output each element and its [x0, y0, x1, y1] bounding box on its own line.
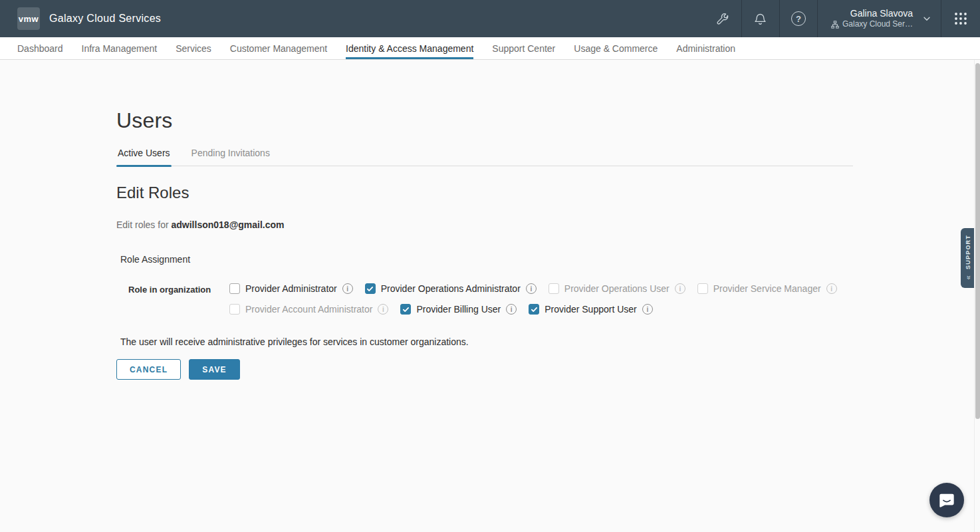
nav-tab-services[interactable]: Services: [176, 37, 211, 59]
info-icon[interactable]: i: [526, 283, 537, 294]
role-group-label: Role in organization: [128, 283, 229, 325]
user-name: Galina Slavova: [850, 7, 913, 19]
info-icon[interactable]: i: [826, 283, 837, 294]
org-tree-icon: [831, 21, 839, 29]
nav-tab-identity-access-management[interactable]: Identity & Access Management: [346, 37, 473, 59]
user-texts: Galina Slavova Galaxy Cloud Ser…: [831, 7, 913, 30]
info-icon[interactable]: i: [506, 304, 517, 315]
tab-active-users[interactable]: Active Users: [116, 148, 172, 166]
nav-tab-dashboard[interactable]: Dashboard: [17, 37, 63, 59]
button-row: CANCEL SAVE: [116, 359, 980, 380]
collapse-icon: «: [965, 275, 972, 279]
role-item-provider-service-manager: Provider Service Manageri: [697, 283, 837, 294]
users-tabs: Active UsersPending Invitations: [116, 148, 853, 166]
support-tab-label: SUPPORT: [965, 235, 971, 269]
help-icon: ?: [791, 11, 806, 26]
cancel-button[interactable]: CANCEL: [116, 359, 181, 380]
info-icon[interactable]: i: [378, 304, 388, 315]
subtitle-prefix: Edit roles for: [116, 219, 169, 230]
checkbox-provider-operations-user: [549, 283, 559, 294]
info-icon[interactable]: i: [675, 283, 685, 294]
role-row: Provider AdministratoriProvider Operatio…: [229, 283, 980, 294]
role-label: Provider Administrator: [245, 283, 337, 294]
role-form: Role in organization Provider Administra…: [116, 283, 980, 325]
tab-pending-invitations[interactable]: Pending Invitations: [190, 148, 271, 166]
role-item-provider-account-administrator: Provider Account Administratori: [229, 304, 388, 315]
role-assignment-label: Role Assignment: [120, 254, 980, 265]
info-icon[interactable]: i: [342, 283, 353, 294]
checkbox-provider-service-manager: [697, 283, 708, 294]
role-label: Provider Service Manager: [713, 283, 821, 294]
screen: vmw Galaxy Cloud Services: [0, 0, 980, 532]
app-title: Galaxy Cloud Services: [49, 13, 161, 25]
role-item-provider-operations-user: Provider Operations Useri: [549, 283, 685, 294]
content: Users Active UsersPending Invitations Ed…: [0, 60, 980, 532]
save-button[interactable]: SAVE: [189, 359, 240, 380]
app-launcher-button[interactable]: [941, 0, 980, 37]
role-item-provider-administrator[interactable]: Provider Administratori: [229, 283, 353, 294]
privileges-note: The user will receive administrative pri…: [120, 336, 980, 347]
notifications-button[interactable]: [742, 0, 779, 37]
checkbox-provider-billing-user[interactable]: [400, 304, 411, 315]
info-icon[interactable]: i: [642, 304, 653, 315]
user-email: adwillson018@gmail.com: [171, 219, 284, 230]
primary-nav: DashboardInfra ManagementServicesCustome…: [0, 37, 980, 60]
section-title: Edit Roles: [116, 184, 980, 202]
role-label: Provider Account Administrator: [245, 304, 372, 315]
chat-launcher-button[interactable]: [929, 483, 964, 517]
chevron-down-icon: [922, 14, 931, 23]
checkbox-provider-support-user[interactable]: [529, 304, 539, 315]
checkbox-provider-administrator[interactable]: [229, 283, 240, 294]
role-label: Provider Billing User: [416, 304, 501, 315]
chat-bubble-icon: [938, 491, 955, 509]
role-row: Provider Account AdministratoriProvider …: [229, 304, 980, 315]
app-grid-icon: [954, 12, 967, 25]
vmw-logo-text: vmw: [19, 14, 39, 24]
checkbox-provider-account-administrator: [229, 304, 240, 315]
wrench-icon: [715, 12, 729, 26]
role-item-provider-support-user[interactable]: Provider Support Useri: [529, 304, 653, 315]
support-tab[interactable]: SUPPORT «: [961, 228, 975, 288]
user-menu[interactable]: Galina Slavova Galaxy Cloud Ser…: [818, 0, 941, 37]
checkbox-provider-operations-administrator[interactable]: [365, 283, 376, 294]
scrollbar-thumb[interactable]: [975, 63, 980, 419]
nav-tab-usage-commerce[interactable]: Usage & Commerce: [574, 37, 658, 59]
scrollbar[interactable]: [974, 60, 980, 532]
role-label: Provider Operations User: [564, 283, 670, 294]
role-label: Provider Support User: [545, 304, 637, 315]
nav-tab-infra-management[interactable]: Infra Management: [82, 37, 158, 59]
vmw-logo[interactable]: vmw: [17, 7, 40, 30]
user-org-line: Galaxy Cloud Ser…: [831, 19, 913, 30]
app-header: vmw Galaxy Cloud Services: [0, 0, 980, 37]
role-label: Provider Operations Administrator: [381, 283, 521, 294]
header-right: ? Galina Slavova: [704, 0, 980, 37]
wrench-button[interactable]: [704, 0, 741, 37]
page-title: Users: [116, 60, 980, 133]
bell-icon: [753, 12, 767, 26]
nav-tab-support-center[interactable]: Support Center: [492, 37, 555, 59]
edit-roles-subtitle: Edit roles for adwillson018@gmail.com: [116, 219, 980, 230]
help-button[interactable]: ?: [780, 0, 817, 37]
role-item-provider-billing-user[interactable]: Provider Billing Useri: [400, 304, 517, 315]
user-org-name: Galaxy Cloud Ser…: [842, 19, 913, 30]
nav-tab-administration[interactable]: Administration: [676, 37, 735, 59]
role-item-provider-operations-administrator[interactable]: Provider Operations Administratori: [365, 283, 537, 294]
role-rows: Provider AdministratoriProvider Operatio…: [229, 283, 980, 325]
nav-tab-customer-management[interactable]: Customer Management: [230, 37, 327, 59]
